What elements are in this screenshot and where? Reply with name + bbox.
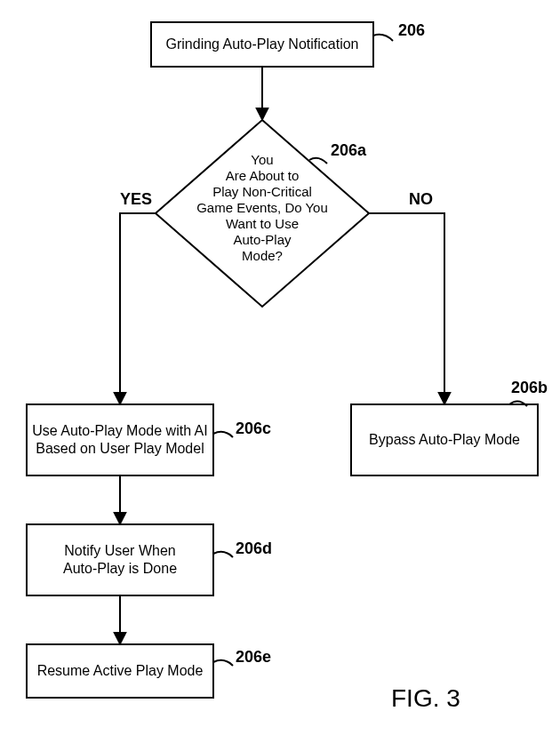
svg-text:Game Events, Do You: Game Events, Do You (196, 200, 328, 215)
svg-text:NO: NO (409, 190, 433, 208)
edge-no: NO (369, 190, 444, 404)
svg-text:206e: 206e (236, 648, 271, 666)
svg-text:Want to Use: Want to Use (226, 216, 299, 231)
ref-206d: 206d (213, 539, 272, 557)
svg-text:Are About to: Are About to (226, 168, 300, 183)
svg-text:You: You (251, 152, 273, 167)
ref-206e: 206e (213, 648, 271, 666)
svg-text:Mode?: Mode? (242, 248, 283, 263)
edge-yes: YES (120, 190, 156, 404)
svg-text:Use Auto-Play Mode with AI: Use Auto-Play Mode with AI (32, 423, 207, 438)
svg-rect-16 (27, 404, 213, 475)
ref-206: 206 (373, 21, 425, 41)
svg-text:206d: 206d (236, 539, 272, 557)
node-start-text: Grinding Auto-Play Notification (166, 36, 359, 52)
svg-text:Based on User Play Model: Based on User Play Model (36, 441, 204, 456)
svg-text:Resume Active Play Mode: Resume Active Play Mode (37, 663, 204, 678)
ref-206b: 206b (509, 379, 548, 406)
svg-text:206a: 206a (331, 141, 367, 159)
svg-text:Auto-Play is Done: Auto-Play is Done (63, 561, 177, 576)
figure-label: FIG. 3 (391, 684, 460, 712)
svg-text:YES: YES (120, 190, 152, 208)
svg-text:206c: 206c (236, 419, 271, 437)
svg-text:Play Non-Critical: Play Non-Critical (212, 184, 312, 199)
svg-rect-20 (27, 524, 213, 595)
svg-text:Bypass Auto-Play Mode: Bypass Auto-Play Mode (369, 432, 520, 447)
node-206b: Bypass Auto-Play Mode (351, 404, 538, 475)
ref-206c: 206c (213, 419, 271, 437)
node-206c: Use Auto-Play Mode with AI Based on User… (27, 404, 213, 475)
ref-206a: 206a (309, 141, 367, 164)
svg-text:206: 206 (398, 21, 425, 39)
node-206e: Resume Active Play Mode (27, 644, 213, 698)
svg-text:Auto-Play: Auto-Play (233, 232, 292, 247)
svg-text:Notify User When: Notify User When (64, 543, 175, 558)
node-start: Grinding Auto-Play Notification (151, 22, 373, 67)
svg-text:206b: 206b (511, 379, 548, 396)
node-206d: Notify User When Auto-Play is Done (27, 524, 213, 595)
